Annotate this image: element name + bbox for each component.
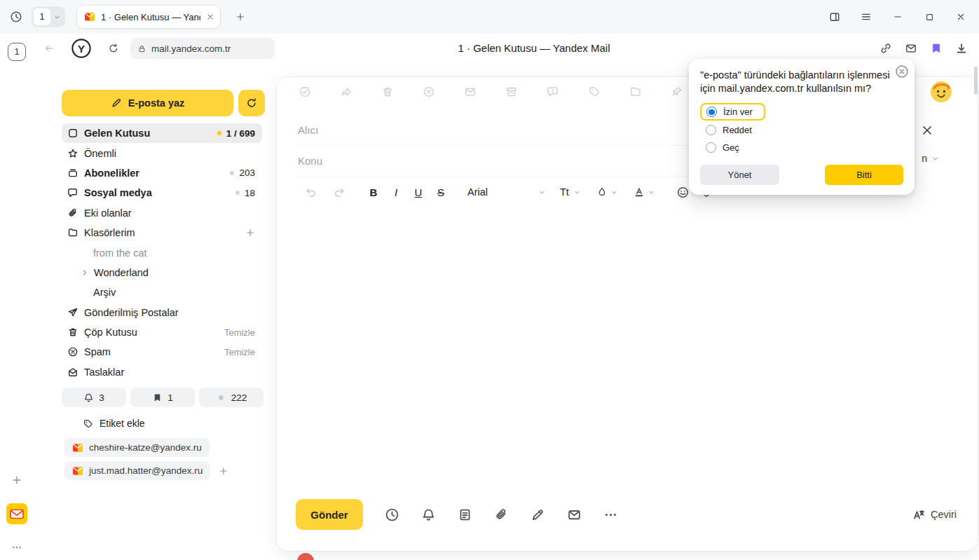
folder-item-from-the-cat[interactable]: from the cat — [62, 243, 262, 262]
send-button[interactable]: Gönder — [296, 499, 363, 530]
sidebar-more-button[interactable] — [6, 536, 28, 559]
forward-icon[interactable] — [340, 86, 352, 98]
clock-icon[interactable] — [385, 507, 399, 522]
dialog-close-button[interactable] — [895, 64, 908, 78]
yandex-mail-favicon — [84, 11, 95, 22]
history-button[interactable] — [4, 4, 29, 29]
folder-item-klas-rlerim[interactable]: Klasörlerim — [62, 223, 262, 243]
tab-group-button[interactable]: 1 — [32, 6, 65, 27]
counter-dot[interactable]: 222 — [199, 388, 263, 407]
sidebar-tab-badge[interactable]: 1 — [8, 43, 26, 61]
yandex-logo-icon: Y — [71, 38, 92, 59]
counter-value: 3 — [99, 392, 104, 403]
manage-button[interactable]: Yönet — [700, 165, 779, 185]
folder-item-abonelikler[interactable]: Abonelikler203 — [62, 163, 262, 183]
compose-footer: Gönder Çeviri — [296, 498, 957, 531]
add-account-icon[interactable] — [219, 466, 228, 476]
folder-item-taslaklar[interactable]: Taslaklar — [62, 362, 262, 382]
panels-button[interactable] — [822, 4, 847, 29]
note-icon[interactable] — [458, 507, 472, 522]
copy-link-button[interactable] — [878, 41, 894, 56]
folder-item-p-kutusu[interactable]: Çöp KutusuTemizle — [62, 322, 262, 342]
font-family-select[interactable]: Arial — [467, 186, 546, 198]
chevron-right-icon[interactable] — [81, 268, 89, 277]
mail-notifications-button[interactable] — [903, 41, 919, 56]
counter-bookmark[interactable]: 1 — [130, 388, 195, 407]
bookmark-button[interactable] — [929, 41, 944, 56]
folder-item-wonderland[interactable]: Wonderland — [62, 263, 262, 282]
yandex-mail-logo-icon — [72, 442, 83, 453]
font-size-select[interactable]: Tt — [560, 186, 581, 198]
browser-tab[interactable]: 1 · Gelen Kutusu — Yand... — [76, 5, 221, 29]
highlight-color-select[interactable] — [596, 186, 618, 198]
counter-bell[interactable]: 3 — [62, 388, 126, 407]
bell-icon[interactable] — [421, 507, 436, 522]
radio-option-i-zin-ver[interactable]: İzin ver — [700, 103, 765, 121]
spam-icon[interactable] — [423, 86, 435, 98]
bold-button[interactable]: B — [362, 186, 385, 198]
folder-icon[interactable] — [629, 86, 642, 98]
tab-close-icon[interactable] — [206, 13, 214, 21]
back-button[interactable] — [38, 37, 60, 60]
from-toggle[interactable]: n — [922, 153, 939, 164]
chevron-down-icon — [610, 189, 618, 196]
emoji-icon[interactable] — [676, 186, 690, 199]
folder-item-eki-olanlar[interactable]: Eki olanlar — [62, 203, 262, 223]
undo-icon[interactable] — [305, 186, 317, 198]
redo-icon[interactable] — [333, 186, 345, 198]
add-folder-icon[interactable] — [245, 228, 255, 238]
address-bar[interactable]: mail.yandex.com.tr — [130, 38, 275, 59]
radio-option-ge[interactable]: Geç — [700, 139, 745, 156]
translate-button[interactable]: Çeviri — [912, 508, 957, 521]
folder-label: Wonderland — [94, 267, 255, 278]
sidebar-add-button[interactable] — [6, 469, 28, 491]
tag-icon[interactable] — [588, 86, 601, 98]
folder-item-g-nderilmi-postalar[interactable]: Gönderilmiş Postalar — [62, 303, 262, 322]
pin-icon[interactable] — [671, 86, 683, 98]
menu-button[interactable] — [854, 4, 879, 29]
compose-button[interactable]: E-posta yaz — [62, 90, 233, 116]
folder-item-ar-iv[interactable]: Arşiv — [62, 282, 262, 302]
avatar[interactable] — [931, 81, 952, 102]
folder-item-nemli[interactable]: Önemli — [62, 143, 262, 163]
pen-icon[interactable] — [530, 507, 545, 522]
minimize-button[interactable] — [885, 4, 910, 29]
text-color-select[interactable] — [634, 186, 655, 198]
envelope-icon[interactable] — [464, 86, 477, 98]
strikethrough-button[interactable]: S — [430, 186, 452, 198]
close-window-button[interactable] — [948, 4, 973, 29]
folder-count: 18 — [245, 188, 255, 198]
new-tab-button[interactable] — [228, 4, 253, 29]
account-item[interactable]: just.mad.hatter@yandex.ru — [64, 461, 210, 480]
drafts-icon — [67, 367, 78, 378]
folder-count: 1 / 699 — [226, 128, 255, 139]
archive-icon[interactable] — [505, 86, 518, 98]
account-row: just.mad.hatter@yandex.ru — [48, 461, 266, 480]
envelope-icon[interactable] — [567, 507, 582, 522]
yandex-mail-app-icon[interactable] — [6, 503, 27, 524]
maximize-button[interactable] — [917, 4, 942, 29]
italic-button[interactable]: I — [385, 186, 407, 198]
account-item[interactable]: cheshire-katze@yandex.ru — [64, 438, 210, 457]
folder-item-sosyal-medya[interactable]: Sosyal medya18 — [62, 183, 262, 203]
close-compose-button[interactable] — [920, 123, 934, 137]
add-label-button[interactable]: Etiket ekle — [48, 414, 266, 432]
more-icon[interactable] — [603, 507, 618, 522]
report-icon[interactable] — [547, 86, 559, 98]
folder-item-gelen-kutusu[interactable]: Gelen Kutusu1 / 699 — [62, 123, 262, 143]
refresh-button[interactable] — [238, 90, 265, 116]
trash-icon[interactable] — [381, 86, 394, 98]
scrollbar-thumb[interactable] — [974, 67, 978, 95]
folder-item-spam[interactable]: SpamTemizle — [62, 342, 262, 362]
underline-button[interactable]: U — [407, 186, 430, 198]
yandex-button[interactable]: Y — [71, 38, 92, 59]
done-button[interactable]: Bitti — [825, 165, 903, 185]
folder-clear-action[interactable]: Temizle — [224, 347, 255, 357]
radio-option-reddet[interactable]: Reddet — [700, 122, 758, 138]
folder-clear-action[interactable]: Temizle — [224, 327, 255, 338]
downloads-button[interactable] — [954, 41, 969, 56]
reload-button[interactable] — [102, 37, 125, 60]
radio-label: İzin ver — [723, 107, 753, 117]
paperclip-icon[interactable] — [494, 507, 509, 522]
check-circle-icon[interactable] — [299, 86, 311, 98]
